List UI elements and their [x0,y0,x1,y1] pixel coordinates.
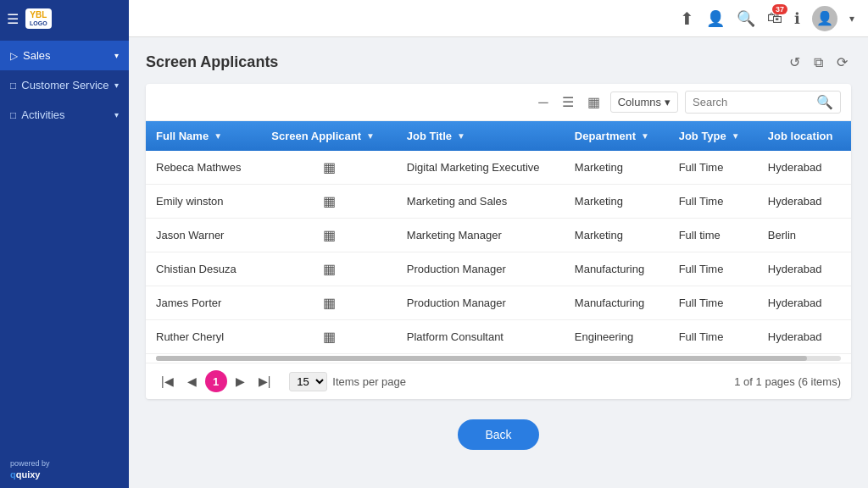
undo-button[interactable]: ↺ [786,51,804,74]
chevron-down-icon-2: ▾ [114,80,119,90]
screen-applicant-icon[interactable]: ▦ [323,194,336,208]
upload-icon[interactable]: ⬆ [680,8,694,29]
cell-job-location: Hyderabad [758,320,851,354]
col-job-type: Job Type ▼ [669,121,758,151]
data-table: Full Name ▼ Screen Applicant ▼ [146,121,851,354]
list-icon-btn[interactable]: ☰ [559,92,577,112]
col-full-name: Full Name ▼ [146,121,261,151]
pagination-controls: |◀ ◀ 1 ▶ ▶| [156,370,275,392]
grid-icon-btn[interactable]: ▦ [584,92,604,112]
cell-job-type: Full Time [669,286,758,320]
info-icon[interactable]: ℹ [794,9,800,28]
scrollbar-thumb [156,356,807,361]
logo: YBL LOGO [25,8,52,29]
cell-full-name: Jason Warner [146,219,261,252]
cell-job-type: Full Time [669,151,758,185]
cell-department: Manufacturing [565,286,669,320]
sidebar-footer: powered by qquixy [0,451,129,488]
chevron-down-icon-3: ▾ [114,110,119,119]
table-container: ─ ☰ ▦ Columns ▾ 🔍 Fu [146,84,851,399]
notification-badge: 37 [772,4,787,14]
table-header-row: Full Name ▼ Screen Applicant ▼ [146,121,851,151]
current-page-button[interactable]: 1 [205,370,227,392]
cell-job-type: Full Time [669,320,758,354]
cell-job-location: Hyderabad [758,151,851,185]
table-row: Jason Warner ▦ Marketing Manager Marketi… [146,219,851,252]
screen-applicant-icon[interactable]: ▦ [323,296,336,310]
table-row: Chistian Desuza ▦ Production Manager Man… [146,252,851,286]
columns-button[interactable]: Columns ▾ [610,92,678,113]
chevron-down-icon: ▾ [114,51,119,60]
search-icon[interactable]: 🔍 [737,9,755,28]
cell-job-location: Hyderabad [758,286,851,320]
sidebar-item-sales-label: Sales [23,49,51,62]
cell-job-type: Full Time [669,185,758,219]
sidebar-nav: ▷ Sales ▾ □ Customer Service ▾ □ Activit… [0,37,129,451]
cell-job-title: Production Manager [397,252,565,286]
cell-screen-applicant[interactable]: ▦ [261,286,397,320]
items-per-page-label: Items per page [332,375,406,388]
search-input[interactable] [693,96,811,108]
hamburger-icon[interactable]: ☰ [7,11,19,27]
cell-screen-applicant[interactable]: ▦ [261,219,397,252]
cell-screen-applicant[interactable]: ▦ [261,151,397,185]
topbar: ⬆ 👤 🔍 🛍 37 ℹ 👤 ▾ [129,0,868,37]
avatar[interactable]: 👤 [812,6,837,31]
cell-screen-applicant[interactable]: ▦ [261,185,397,219]
cell-department: Manufacturing [565,252,669,286]
cell-department: Marketing [565,219,669,252]
columns-label: Columns [618,96,661,108]
sort-icon-full-name[interactable]: ▼ [214,131,222,141]
search-magnifier-icon: 🔍 [816,94,833,110]
chevron-down-topbar-icon[interactable]: ▾ [849,13,854,25]
page-header: Screen Applicants ↺ ⧉ ⟳ [146,51,851,74]
minus-icon-btn[interactable]: ─ [535,93,551,112]
screen-applicant-icon[interactable]: ▦ [323,262,336,276]
per-page-dropdown[interactable]: 15 25 50 [289,372,327,391]
table-toolbar: ─ ☰ ▦ Columns ▾ 🔍 [146,84,851,121]
sidebar: ☰ YBL LOGO ▷ Sales ▾ □ Customer Service … [0,0,129,488]
per-page-select: 15 25 50 Items per page [289,372,406,391]
prev-page-button[interactable]: ◀ [182,371,202,391]
sidebar-item-customer-service[interactable]: □ Customer Service ▾ [0,70,129,100]
col-job-location: Job location [758,121,851,151]
search-box: 🔍 [685,91,841,114]
sort-icon-screen[interactable]: ▼ [366,131,375,141]
screen-applicant-icon[interactable]: ▦ [323,330,336,344]
back-button[interactable]: Back [458,419,538,450]
sort-icon-job-type[interactable]: ▼ [732,131,740,141]
col-job-title: Job Title ▼ [397,121,565,151]
cell-job-type: Full Time [669,252,758,286]
notification-icon[interactable]: 🛍 37 [767,9,782,27]
table-row: Emily winston ▦ Marketing and Sales Mark… [146,185,851,219]
screen-applicant-icon[interactable]: ▦ [323,160,336,175]
table-row: Ruther Cheryl ▦ Platform Consultant Engi… [146,320,851,354]
cell-job-location: Berlin [758,219,851,252]
screen-applicant-icon[interactable]: ▦ [323,228,336,242]
cell-job-title: Production Manager [397,286,565,320]
cell-screen-applicant[interactable]: ▦ [261,252,397,286]
cell-job-title: Digital Marketing Executive [397,151,565,185]
users-icon[interactable]: 👤 [706,9,725,28]
next-page-button[interactable]: ▶ [231,371,250,391]
sidebar-item-customer-service-label: Customer Service [21,79,108,92]
sidebar-item-sales[interactable]: ▷ Sales ▾ [0,41,129,70]
cell-job-title: Marketing and Sales [397,185,565,219]
copy-button[interactable]: ⧉ [810,52,826,74]
horizontal-scrollbar[interactable] [156,356,841,361]
cell-department: Marketing [565,151,669,185]
refresh-button[interactable]: ⟳ [833,51,851,74]
table-header: Full Name ▼ Screen Applicant ▼ [146,121,851,151]
sidebar-item-activities[interactable]: □ Activities ▾ [0,100,129,130]
cell-full-name: Ruther Cheryl [146,320,261,354]
content-area: Screen Applicants ↺ ⧉ ⟳ ─ ☰ ▦ Columns ▾ … [129,37,868,488]
first-page-button[interactable]: |◀ [156,371,179,391]
last-page-button[interactable]: ▶| [253,371,276,391]
header-actions: ↺ ⧉ ⟳ [786,51,851,74]
cell-job-type: Full time [669,219,758,252]
sort-icon-department[interactable]: ▼ [641,131,649,141]
cell-screen-applicant[interactable]: ▦ [261,320,397,354]
pagination-info: 1 of 1 pages (6 items) [734,375,841,388]
sort-icon-job-title[interactable]: ▼ [457,131,465,141]
activities-icon: □ [10,109,16,121]
